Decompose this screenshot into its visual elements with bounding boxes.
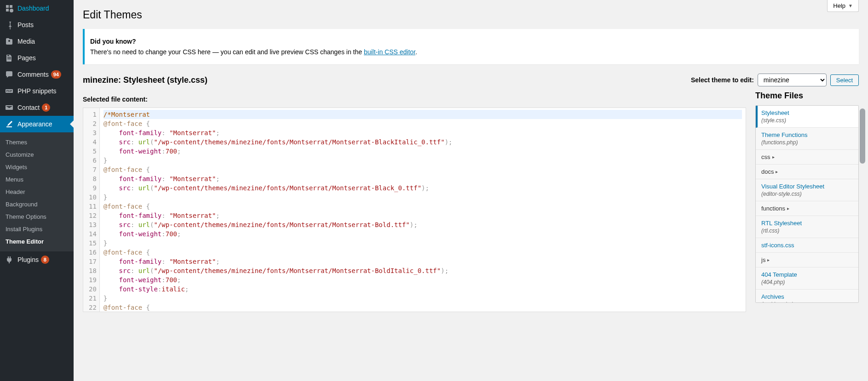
menu-item-dashboard[interactable]: Dashboard: [0, 0, 74, 17]
menu-label: Appearance: [17, 120, 52, 128]
appearance-icon: [5, 119, 14, 129]
chevron-down-icon: ▼: [848, 3, 853, 8]
submenu-item-themes[interactable]: Themes: [0, 136, 74, 148]
files-scrollbar[interactable]: [860, 108, 865, 312]
file-label: functions: [761, 205, 785, 212]
file-meta: (404.php): [761, 279, 853, 285]
contact-icon: [5, 103, 14, 112]
menu-label: PHP snippets: [17, 87, 57, 95]
theme-select[interactable]: minezine: [758, 74, 827, 86]
file-meta: (style.css): [761, 117, 853, 124]
chevron-right-icon: ▸: [772, 154, 775, 159]
menu-item-plugins[interactable]: Plugins8: [0, 251, 74, 268]
main-content: Help ▼ Edit Themes Did you know? There's…: [74, 0, 868, 381]
css-editor-link[interactable]: built-in CSS editor: [364, 48, 415, 56]
menu-label: Dashboard: [17, 5, 49, 12]
admin-sidebar: DashboardPostsMediaPagesComments94PHPPHP…: [0, 0, 74, 381]
file-label: Visual Editor Stylesheet: [761, 183, 824, 190]
file-label: docs: [761, 168, 774, 175]
svg-text:PHP: PHP: [6, 90, 12, 92]
file-label: js: [761, 256, 765, 263]
file-item[interactable]: Visual Editor Stylesheet(editor-style.cs…: [756, 179, 858, 201]
menu-item-media[interactable]: Media: [0, 33, 74, 50]
file-label: Stylesheet: [761, 109, 789, 116]
comments-icon: [5, 70, 14, 79]
file-item[interactable]: Theme Functions(functions.php): [756, 128, 858, 150]
file-item[interactable]: RTL Stylesheet(rtl.css): [756, 216, 858, 238]
page-title: Edit Themes: [83, 5, 859, 23]
file-label: stf-icons.css: [761, 242, 794, 249]
file-meta: (rtl.css): [761, 227, 853, 234]
badge: 94: [51, 70, 61, 79]
menu-label: Posts: [17, 21, 34, 28]
notice-body: There's no need to change your CSS here …: [90, 48, 853, 56]
pin-icon: [5, 20, 14, 29]
file-meta: (editor-style.css): [761, 191, 853, 197]
file-item[interactable]: functions ▸: [756, 201, 858, 216]
scrollbar-thumb[interactable]: [860, 108, 865, 164]
menu-label: Contact: [17, 104, 40, 111]
menu-item-pages[interactable]: Pages: [0, 50, 74, 66]
file-meta: (archive.php): [761, 301, 853, 303]
line-gutter: 12345678910111213141516171819202122: [83, 108, 100, 312]
php-icon: PHP: [5, 86, 14, 96]
select-button[interactable]: Select: [830, 74, 859, 86]
code-content[interactable]: /*Montserrat@font-face { font-family: "M…: [100, 108, 746, 312]
help-label: Help: [833, 2, 845, 9]
select-theme-label: Select theme to edit:: [691, 76, 754, 84]
dashboard-icon: [5, 4, 14, 13]
badge: 8: [41, 256, 49, 264]
file-item[interactable]: css ▸: [756, 150, 858, 165]
notice-text: There's no need to change your CSS here …: [90, 48, 364, 56]
submenu-item-background[interactable]: Background: [0, 198, 74, 210]
file-label: RTL Stylesheet: [761, 220, 802, 227]
submenu-item-widgets[interactable]: Widgets: [0, 161, 74, 173]
submenu-item-menus[interactable]: Menus: [0, 173, 74, 186]
chevron-right-icon: ▸: [776, 169, 778, 174]
file-item[interactable]: Stylesheet(style.css): [756, 106, 858, 128]
notice-text-after: .: [415, 48, 417, 56]
file-label: Archives: [761, 293, 784, 300]
notice-heading: Did you know?: [90, 38, 853, 45]
plugins-icon: [5, 255, 14, 264]
submenu-item-theme-options[interactable]: Theme Options: [0, 210, 74, 223]
file-item[interactable]: js ▸: [756, 253, 858, 267]
menu-label: Plugins: [17, 256, 39, 263]
menu-label: Comments: [17, 71, 49, 78]
menu-item-contact[interactable]: Contact1: [0, 99, 74, 116]
files-list: Stylesheet(style.css)Theme Functions(fun…: [755, 105, 859, 303]
menu-label: Media: [17, 38, 35, 45]
submenu: ThemesCustomizeWidgetsMenusHeaderBackgro…: [0, 132, 74, 251]
chevron-right-icon: ▸: [767, 257, 770, 262]
menu-item-posts[interactable]: Posts: [0, 17, 74, 33]
menu-item-php-snippets[interactable]: PHPPHP snippets: [0, 83, 74, 99]
submenu-item-theme-editor[interactable]: Theme Editor: [0, 235, 74, 248]
submenu-item-customize[interactable]: Customize: [0, 148, 74, 161]
chevron-right-icon: ▸: [787, 206, 789, 211]
pages-icon: [5, 53, 14, 63]
menu-item-appearance[interactable]: Appearance: [0, 116, 74, 132]
file-item[interactable]: stf-icons.css: [756, 238, 858, 253]
menu-item-comments[interactable]: Comments94: [0, 66, 74, 83]
file-label: 404 Template: [761, 271, 797, 278]
badge: 1: [42, 103, 50, 112]
content-label: Selected file content:: [83, 96, 746, 103]
menu-label: Pages: [17, 54, 36, 62]
help-tab[interactable]: Help ▼: [827, 0, 859, 12]
file-item[interactable]: docs ▸: [756, 165, 858, 179]
file-label: Theme Functions: [761, 131, 807, 138]
file-label: css: [761, 154, 770, 160]
file-item[interactable]: Archives(archive.php): [756, 290, 858, 303]
info-notice: Did you know? There's no need to change …: [83, 29, 859, 64]
submenu-item-header[interactable]: Header: [0, 186, 74, 198]
file-item[interactable]: 404 Template(404.php): [756, 267, 858, 290]
submenu-item-install-plugins[interactable]: Install Plugins: [0, 223, 74, 235]
files-heading: Theme Files: [755, 91, 859, 101]
file-title: minezine: Stylesheet (style.css): [83, 75, 207, 85]
media-icon: [5, 37, 14, 46]
file-meta: (functions.php): [761, 139, 853, 146]
code-editor[interactable]: 12345678910111213141516171819202122 /*Mo…: [83, 108, 746, 312]
